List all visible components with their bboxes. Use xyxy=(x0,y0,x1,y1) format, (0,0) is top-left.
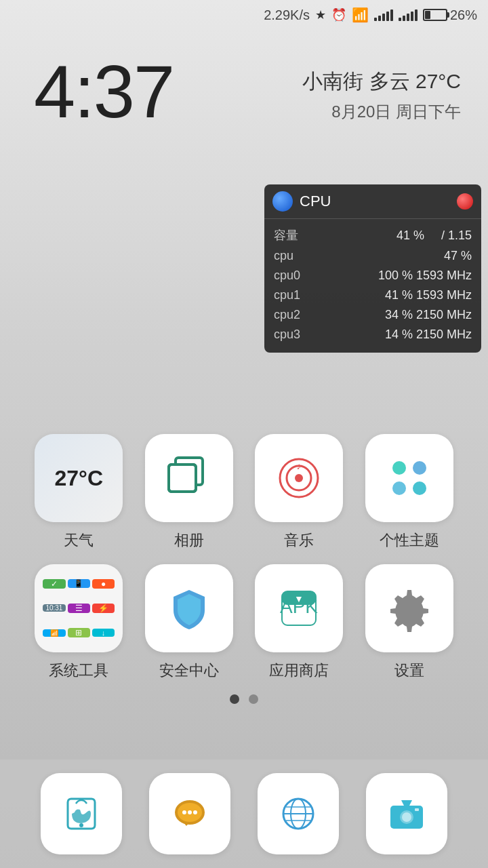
clock-time: 4:37 xyxy=(34,54,174,129)
apps-area: 27°C 天气 相册 ♪ xyxy=(0,434,488,724)
svg-point-7 xyxy=(392,461,406,475)
cpu-row-cpu3: cpu3 14 % 2150 MHz xyxy=(274,325,472,344)
weather-date: 8月20日 周日下午 xyxy=(302,101,461,123)
status-bar: 2.29K/s ★ ⏰ 📶 26% xyxy=(0,0,488,30)
cpu-row-capacity: 容量 41 % / 1.15 xyxy=(274,224,472,246)
weather-temp-display: 27°C xyxy=(55,466,104,491)
app-icon-music: ♪ xyxy=(255,434,343,522)
cpu-label-capacity: 容量 xyxy=(274,227,321,243)
svg-marker-27 xyxy=(401,800,412,806)
cpu-label-cpu0: cpu0 xyxy=(274,269,321,283)
svg-point-8 xyxy=(413,461,426,475)
app-item-music[interactable]: ♪ 音乐 xyxy=(247,434,351,551)
app-label-appstore: 应用商店 xyxy=(269,660,329,681)
app-grid: 27°C 天气 相册 ♪ xyxy=(27,434,461,681)
app-icon-weather: 27°C xyxy=(35,434,123,522)
app-icon-settings xyxy=(365,564,453,652)
svg-point-18 xyxy=(182,810,186,814)
app-item-photos[interactable]: 相册 xyxy=(138,434,241,551)
svg-text:▼: ▼ xyxy=(294,593,304,604)
svg-point-29 xyxy=(402,812,411,822)
cpu-value-cpu0: 100 % 1593 MHz xyxy=(321,269,472,283)
weather-main: 小南街 多云 27°C xyxy=(302,68,461,96)
clock-area: 4:37 xyxy=(34,54,174,129)
svg-rect-1 xyxy=(169,465,196,492)
cpu-close-button[interactable] xyxy=(457,193,473,210)
cpu-row-cpu0: cpu0 100 % 1593 MHz xyxy=(274,266,472,285)
cpu-value-cpu: 47 % xyxy=(321,249,472,263)
app-item-theme[interactable]: 个性主题 xyxy=(358,434,462,551)
alarm-icon: ⏰ xyxy=(331,7,346,22)
app-item-security[interactable]: 安全中心 xyxy=(138,564,241,681)
dock-icon-messages xyxy=(149,773,230,854)
cpu-row-cpu2: cpu2 34 % 2150 MHz xyxy=(274,305,472,325)
cpu-blue-icon xyxy=(272,191,293,212)
svg-point-10 xyxy=(413,481,426,495)
svg-text:♪: ♪ xyxy=(297,460,302,471)
svg-rect-30 xyxy=(415,808,419,811)
page-dots xyxy=(27,694,461,704)
cpu-label-cpu: cpu xyxy=(274,249,321,263)
dock-icon-phone xyxy=(41,773,122,854)
app-item-weather[interactable]: 27°C 天气 xyxy=(27,434,131,551)
cpu-label-cpu3: cpu3 xyxy=(274,328,321,342)
battery-indicator: 26% xyxy=(423,7,477,23)
dock-icon-camera xyxy=(366,773,447,854)
app-label-weather: 天气 xyxy=(64,530,94,551)
app-icon-photos xyxy=(145,434,233,522)
page-dot-1[interactable] xyxy=(230,694,239,704)
wifi-icon: 📶 xyxy=(352,7,369,23)
cpu-value-capacity: 41 % / 1.15 xyxy=(321,229,472,243)
cpu-value-cpu2: 34 % 2150 MHz xyxy=(321,308,472,322)
app-label-theme: 个性主题 xyxy=(380,530,439,551)
cpu-label-cpu1: cpu1 xyxy=(274,288,321,302)
dock xyxy=(0,760,488,868)
svg-point-20 xyxy=(193,810,197,814)
signal-bars-2 xyxy=(399,9,418,21)
cpu-widget[interactable]: CPU 容量 41 % / 1.15 cpu 47 % cpu0 100 % 1… xyxy=(264,184,481,353)
cpu-widget-header: CPU xyxy=(264,184,481,219)
dock-icon-browser xyxy=(258,773,339,854)
page-dot-2[interactable] xyxy=(249,694,258,704)
cpu-widget-body: 容量 41 % / 1.15 cpu 47 % cpu0 100 % 1593 … xyxy=(264,219,481,353)
app-label-security: 安全中心 xyxy=(159,660,219,681)
cpu-row-cpu: cpu 47 % xyxy=(274,246,472,266)
battery-percent: 26% xyxy=(450,7,477,23)
app-icon-appstore: APK ▼ xyxy=(255,564,343,652)
dock-item-camera[interactable] xyxy=(366,773,447,854)
app-item-appstore[interactable]: APK ▼ 应用商店 xyxy=(247,564,351,681)
app-item-settings[interactable]: 设置 xyxy=(358,564,462,681)
app-icon-security xyxy=(145,564,233,652)
app-label-photos: 相册 xyxy=(174,530,204,551)
cpu-label-cpu2: cpu2 xyxy=(274,308,321,322)
app-label-settings: 设置 xyxy=(394,660,424,681)
app-icon-systools: ✓ 📱 ● 10:31 ☰ ⚡ 📶 ⊞ ↓ xyxy=(35,564,123,652)
signal-bars-1 xyxy=(374,9,393,21)
dock-item-browser[interactable] xyxy=(258,773,339,854)
cpu-widget-title: CPU xyxy=(300,193,331,210)
app-label-systools: 系统工具 xyxy=(49,660,108,681)
network-speed: 2.29K/s xyxy=(264,7,310,23)
cpu-row-cpu1: cpu1 41 % 1593 MHz xyxy=(274,285,472,305)
app-label-music: 音乐 xyxy=(284,530,314,551)
svg-point-9 xyxy=(392,481,406,495)
app-icon-theme xyxy=(365,434,453,522)
svg-point-5 xyxy=(295,474,303,482)
dock-item-messages[interactable] xyxy=(149,773,230,854)
cpu-value-cpu3: 14 % 2150 MHz xyxy=(321,328,472,342)
app-item-systools[interactable]: ✓ 📱 ● 10:31 ☰ ⚡ 📶 ⊞ ↓ 系统工具 xyxy=(27,564,131,681)
battery-icon xyxy=(423,9,447,21)
weather-area: 小南街 多云 27°C 8月20日 周日下午 xyxy=(302,68,461,123)
svg-point-19 xyxy=(188,810,192,814)
cpu-value-cpu1: 41 % 1593 MHz xyxy=(321,288,472,302)
dock-item-phone[interactable] xyxy=(41,773,122,854)
bluetooth-icon: ★ xyxy=(315,7,326,22)
svg-point-15 xyxy=(79,823,83,827)
